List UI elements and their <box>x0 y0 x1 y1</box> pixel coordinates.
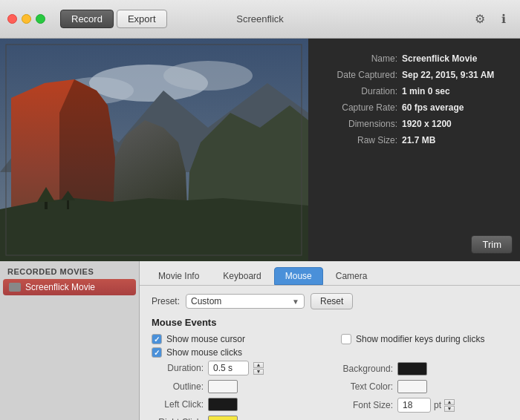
close-button[interactable] <box>7 14 17 24</box>
duration-label: Duration: <box>152 363 204 373</box>
font-size-stepper: ▲ ▼ <box>444 399 455 412</box>
sidebar-item-label: Screenflick Movie <box>25 282 95 292</box>
titlebar: Record Export Screenflick ⚙ ℹ <box>0 0 520 39</box>
right-click-row: Right Click: <box>152 416 319 420</box>
preset-row: Preset: Custom ▼ Reset <box>152 293 508 309</box>
sidebar-item-screenflick-movie[interactable]: Screenflick Movie <box>3 279 136 295</box>
show-modifier-checkbox[interactable] <box>341 334 351 344</box>
svg-point-2 <box>163 61 253 91</box>
show-cursor-label: Show mouse cursor <box>166 334 245 344</box>
landscape-overlay <box>0 39 308 261</box>
bottom-section: Recorded Movies Screenflick Movie Movie … <box>0 261 520 420</box>
right-click-label: Right Click: <box>152 417 204 420</box>
right-panel: Movie Info Keyboard Mouse Camera Preset:… <box>140 261 520 420</box>
checkmark-icon: ✓ <box>154 349 160 357</box>
font-size-row: Font Size: pt ▲ ▼ <box>341 398 508 413</box>
outline-color-swatch[interactable] <box>208 380 238 393</box>
right-column: Show modifier keys during clicks Backgro… <box>341 334 508 420</box>
tab-keyboard[interactable]: Keyboard <box>212 267 272 285</box>
right-click-color-swatch[interactable] <box>208 416 238 420</box>
font-stepper-down-icon[interactable]: ▼ <box>444 406 455 412</box>
font-size-unit: pt <box>434 400 441 410</box>
left-click-label: Left Click: <box>152 399 204 410</box>
text-color-label: Text Color: <box>341 381 393 392</box>
name-row: Name: Screenflick Movie <box>331 53 505 64</box>
trim-button[interactable]: Trim <box>471 235 513 254</box>
raw-size-row: Raw Size: 21.7 MB <box>331 135 505 145</box>
duration-value: 1 min 0 sec <box>402 86 450 96</box>
text-color-swatch[interactable] <box>397 380 427 393</box>
name-label: Name: <box>331 53 397 64</box>
background-color-swatch[interactable] <box>397 362 427 375</box>
show-cursor-row: ✓ Show mouse cursor <box>152 334 319 344</box>
tab-camera[interactable]: Camera <box>325 267 379 285</box>
date-row: Date Captured: Sep 22, 2015, 9:31 AM <box>331 70 505 80</box>
app-title: Screenflick <box>236 13 284 24</box>
capture-label: Capture Rate: <box>331 102 397 113</box>
info-icon[interactable]: ℹ <box>495 10 513 28</box>
titlebar-right-actions: ⚙ ℹ <box>471 10 513 28</box>
chevron-down-icon: ▼ <box>292 298 299 306</box>
show-clicks-label: Show mouse clicks <box>166 347 242 358</box>
preset-value: Custom <box>191 296 221 306</box>
movie-icon <box>9 283 21 292</box>
show-clicks-checkbox[interactable]: ✓ <box>152 347 162 358</box>
show-modifier-row: Show modifier keys during clicks <box>341 334 508 344</box>
tab-mouse[interactable]: Mouse <box>274 267 323 285</box>
toolbar: Record Export <box>60 10 167 28</box>
font-size-label: Font Size: <box>341 400 393 410</box>
sidebar-header: Recorded Movies <box>0 261 139 279</box>
font-size-input[interactable] <box>397 398 431 413</box>
preview-area: Name: Screenflick Movie Date Captured: S… <box>0 39 520 261</box>
left-column: ✓ Show mouse cursor ✓ Show mouse clicks <box>152 334 319 420</box>
name-value: Screenflick Movie <box>402 53 477 64</box>
dimensions-row: Dimensions: 1920 x 1200 <box>331 119 505 129</box>
left-click-color-swatch[interactable] <box>208 398 238 411</box>
capture-value: 60 fps average <box>402 102 464 113</box>
content-area: Preset: Custom ▼ Reset Mouse Events <box>140 286 520 420</box>
font-size-controls: pt ▲ ▼ <box>397 398 455 413</box>
date-value: Sep 22, 2015, 9:31 AM <box>402 70 494 80</box>
background-row: Background: <box>341 362 508 375</box>
outline-label: Outline: <box>152 381 204 392</box>
traffic-lights <box>7 14 45 24</box>
stepper-up-icon[interactable]: ▲ <box>253 362 264 368</box>
video-thumbnail <box>0 39 308 261</box>
sidebar: Recorded Movies Screenflick Movie <box>0 261 140 420</box>
text-color-row: Text Color: <box>341 380 508 393</box>
mouse-events-content: ✓ Show mouse cursor ✓ Show mouse clicks <box>152 334 508 420</box>
font-stepper-up-icon[interactable]: ▲ <box>444 399 455 405</box>
duration-stepper: ▲ ▼ <box>253 362 264 375</box>
reset-button[interactable]: Reset <box>311 293 353 309</box>
preset-select[interactable]: Custom ▼ <box>186 294 305 309</box>
show-modifier-label: Show modifier keys during clicks <box>356 334 484 344</box>
movie-info-panel: Name: Screenflick Movie Date Captured: S… <box>308 39 520 261</box>
main-area: Name: Screenflick Movie Date Captured: S… <box>0 39 520 420</box>
dimensions-label: Dimensions: <box>331 119 397 129</box>
stepper-down-icon[interactable]: ▼ <box>253 369 264 375</box>
capture-row: Capture Rate: 60 fps average <box>331 102 505 113</box>
export-button[interactable]: Export <box>117 10 167 28</box>
duration-row: Duration: ▲ ▼ <box>152 361 319 375</box>
date-label: Date Captured: <box>331 70 397 80</box>
record-button[interactable]: Record <box>60 10 114 28</box>
dimensions-value: 1920 x 1200 <box>402 119 452 129</box>
raw-value: 21.7 MB <box>402 135 435 145</box>
outline-row: Outline: <box>152 380 319 393</box>
show-clicks-row: ✓ Show mouse clicks <box>152 347 319 358</box>
checkmark-icon: ✓ <box>154 335 160 344</box>
duration-row: Duration: 1 min 0 sec <box>331 86 505 96</box>
background-label: Background: <box>341 364 393 374</box>
left-click-row: Left Click: <box>152 398 319 411</box>
raw-label: Raw Size: <box>331 135 397 145</box>
minimize-button[interactable] <box>22 14 31 24</box>
tab-bar: Movie Info Keyboard Mouse Camera <box>140 261 520 286</box>
duration-label: Duration: <box>331 86 397 96</box>
tab-movie-info[interactable]: Movie Info <box>147 267 210 285</box>
mouse-events-header: Mouse Events <box>152 317 508 328</box>
show-cursor-checkbox[interactable]: ✓ <box>152 334 162 344</box>
preset-label: Preset: <box>152 296 180 306</box>
maximize-button[interactable] <box>36 14 45 24</box>
duration-input[interactable] <box>208 361 249 375</box>
settings-icon[interactable]: ⚙ <box>471 10 489 28</box>
